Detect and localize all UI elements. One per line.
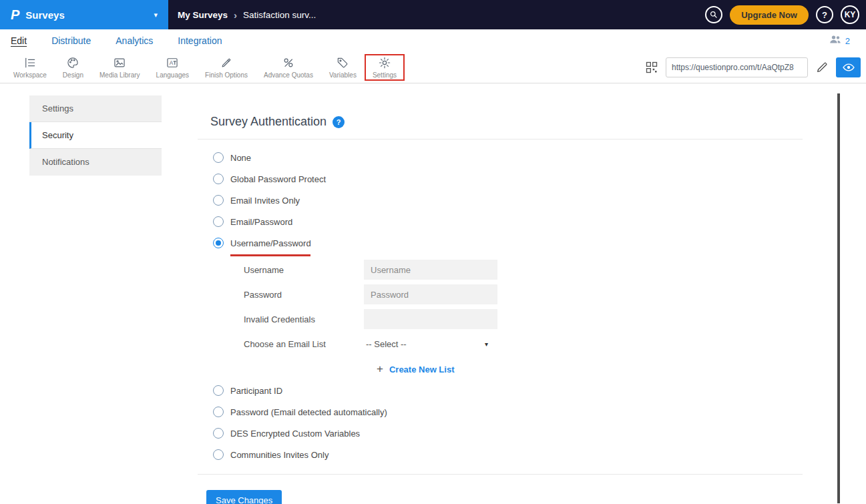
breadcrumb: My Surveys › Satisfaction surv... bbox=[168, 0, 316, 29]
radio-option-username-password[interactable]: Username/Password bbox=[213, 232, 803, 254]
password-input[interactable] bbox=[364, 284, 497, 304]
radio-option-communities-invites-only[interactable]: Communities Invites Only bbox=[213, 444, 803, 465]
toolbar-item-design[interactable]: Design bbox=[55, 54, 91, 81]
tab-analytics[interactable]: Analytics bbox=[116, 35, 153, 46]
radio-option-password-email-detected[interactable]: Password (Email detected automatically) bbox=[213, 401, 803, 423]
radio-option-none[interactable]: None bbox=[213, 147, 803, 168]
radio-icon bbox=[213, 428, 224, 439]
vertical-scrollbar[interactable] bbox=[837, 93, 840, 503]
avatar[interactable]: KY bbox=[841, 5, 859, 24]
breadcrumb-separator-icon: › bbox=[234, 9, 237, 21]
authentication-options: None Global Password Protect Email Invit… bbox=[213, 147, 803, 376]
brand-name: Surveys bbox=[25, 9, 64, 21]
breadcrumb-current-survey: Satisfaction surv... bbox=[243, 10, 316, 20]
password-label: Password bbox=[244, 290, 364, 300]
collaborators-count: 2 bbox=[845, 36, 850, 46]
username-label: Username bbox=[244, 265, 364, 275]
help-icon[interactable]: ? bbox=[816, 6, 833, 23]
radio-icon bbox=[213, 407, 224, 417]
toolbar-item-variables[interactable]: Variables bbox=[321, 54, 365, 81]
toolbar-item-languages[interactable]: A Languages bbox=[148, 54, 198, 81]
email-list-select[interactable]: -- Select -- ▾ bbox=[364, 334, 492, 354]
radio-selected-icon bbox=[213, 238, 224, 248]
workspace-icon bbox=[23, 56, 37, 69]
tab-distribute[interactable]: Distribute bbox=[51, 35, 91, 46]
toolbar-item-finish-options[interactable]: Finish Options bbox=[197, 54, 256, 81]
radio-option-email-invites-only[interactable]: Email Invites Only bbox=[213, 190, 803, 211]
top-app-bar: P Surveys ▾ My Surveys › Satisfaction su… bbox=[0, 0, 866, 29]
collaborators-button[interactable]: 2 bbox=[829, 33, 855, 49]
red-annotation-underline bbox=[230, 254, 310, 256]
radio-icon bbox=[213, 449, 224, 460]
email-list-selected-value: -- Select -- bbox=[366, 339, 407, 349]
toolbar-item-advance-quotas[interactable]: Advance Quotas bbox=[256, 54, 321, 81]
divider bbox=[198, 139, 803, 140]
sidebar-item-security[interactable]: Security bbox=[29, 122, 162, 149]
toolbar-item-workspace[interactable]: Workspace bbox=[5, 54, 55, 81]
sidebar-item-settings[interactable]: Settings bbox=[29, 95, 162, 122]
edit-url-icon[interactable] bbox=[815, 61, 829, 74]
finish-options-icon bbox=[220, 56, 233, 69]
radio-icon bbox=[213, 385, 224, 396]
username-password-form: Username Password Invalid Credentials Ch… bbox=[244, 260, 803, 376]
radio-option-email-password[interactable]: Email/Password bbox=[213, 211, 803, 232]
toolbar-item-settings[interactable]: Settings bbox=[365, 54, 405, 81]
authentication-options-bottom: Participant ID Password (Email detected … bbox=[213, 380, 803, 465]
toolbar-item-media-library[interactable]: Media Library bbox=[91, 54, 148, 81]
radio-icon bbox=[213, 195, 224, 206]
settings-icon bbox=[378, 56, 391, 69]
username-input[interactable] bbox=[364, 260, 497, 280]
topbar-actions: Upgrade Now ? KY bbox=[705, 0, 866, 29]
settings-sidebar: Settings Security Notifications bbox=[29, 95, 162, 176]
survey-url-input[interactable] bbox=[666, 57, 808, 77]
invalid-credentials-label: Invalid Credentials bbox=[244, 314, 364, 324]
settings-content: Settings Security Notifications Survey A… bbox=[0, 83, 866, 504]
radio-option-global-password-protect[interactable]: Global Password Protect bbox=[213, 168, 803, 190]
qr-code-icon[interactable] bbox=[645, 61, 658, 74]
design-icon bbox=[66, 56, 79, 69]
page-title: Survey Authentication bbox=[210, 115, 327, 129]
preview-eye-button[interactable] bbox=[836, 57, 861, 77]
help-tooltip-icon[interactable]: ? bbox=[333, 116, 345, 128]
collaborators-icon bbox=[829, 33, 842, 49]
toolbar-share-group bbox=[645, 57, 861, 77]
svg-text:A: A bbox=[170, 59, 174, 66]
upgrade-now-button[interactable]: Upgrade Now bbox=[730, 5, 809, 25]
languages-icon: A bbox=[166, 56, 179, 69]
radio-option-des-encrypted-custom-variables[interactable]: DES Encrypted Custom Variables bbox=[213, 423, 803, 444]
variables-icon bbox=[336, 56, 349, 69]
radio-icon bbox=[213, 174, 224, 184]
chevron-down-icon: ▾ bbox=[485, 340, 488, 348]
radio-icon bbox=[213, 216, 224, 227]
product-switcher[interactable]: P Surveys ▾ bbox=[0, 0, 168, 29]
save-changes-button[interactable]: Save Changes bbox=[206, 490, 282, 504]
breadcrumb-my-surveys[interactable]: My Surveys bbox=[178, 10, 228, 20]
advance-quotas-icon bbox=[282, 56, 295, 69]
radio-icon bbox=[213, 152, 224, 163]
email-list-label: Choose an Email List bbox=[244, 339, 364, 349]
tab-edit[interactable]: Edit bbox=[11, 35, 27, 46]
invalid-credentials-input[interactable] bbox=[364, 309, 497, 329]
search-icon[interactable] bbox=[705, 6, 722, 23]
plus-icon: + bbox=[377, 362, 383, 376]
survey-nav-tabs: Edit Distribute Analytics Integration 2 bbox=[0, 29, 866, 52]
radio-option-participant-id[interactable]: Participant ID bbox=[213, 380, 803, 401]
sidebar-item-notifications[interactable]: Notifications bbox=[29, 149, 162, 176]
chevron-down-icon: ▾ bbox=[154, 11, 158, 19]
media-library-icon bbox=[113, 56, 126, 69]
questionpro-logo: P bbox=[11, 7, 19, 23]
create-new-list-link[interactable]: + Create New List bbox=[377, 362, 803, 376]
create-new-list-label: Create New List bbox=[389, 364, 455, 374]
divider bbox=[198, 474, 803, 475]
security-settings-panel: Survey Authentication ? None Global Pass… bbox=[198, 83, 803, 504]
survey-edit-toolbar: Workspace Design Media Library A Languag… bbox=[0, 52, 866, 83]
tab-integration[interactable]: Integration bbox=[178, 35, 222, 46]
